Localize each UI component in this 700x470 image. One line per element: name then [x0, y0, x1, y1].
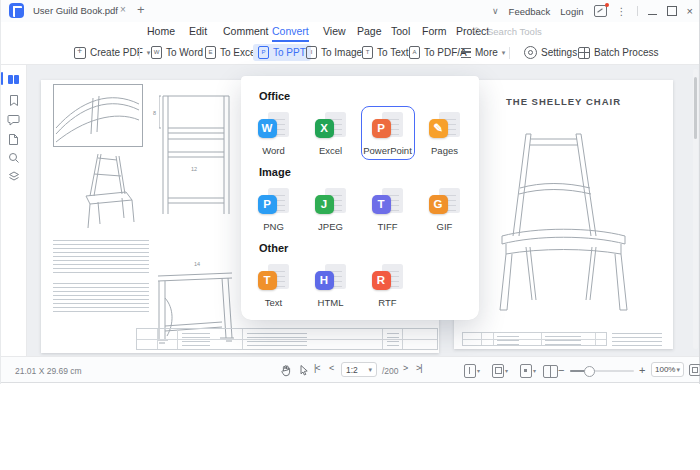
- tab-view[interactable]: View: [323, 25, 346, 40]
- left-sidebar: [1, 65, 27, 356]
- other-row: T Text H HTML R RTF: [241, 258, 479, 314]
- select-tool-icon[interactable]: [298, 363, 310, 381]
- fit-screen-icon[interactable]: [689, 364, 700, 376]
- more-menu-icon[interactable]: ⋮: [617, 6, 627, 17]
- new-tab-button[interactable]: +: [137, 2, 145, 17]
- ppt-doc-icon: P: [258, 46, 269, 59]
- convert-option-rtf[interactable]: R RTF: [361, 258, 415, 312]
- zoom-slider[interactable]: [570, 370, 634, 372]
- convert-option-gif[interactable]: G GIF: [418, 182, 472, 236]
- section-title-other: Other: [241, 238, 479, 258]
- tab-convert[interactable]: Convert: [272, 25, 309, 42]
- zoom-in-button[interactable]: +: [639, 364, 645, 376]
- convert-option-tiff[interactable]: T TIFF: [361, 182, 415, 236]
- document-tab[interactable]: User Guild Book.pdf: [33, 5, 118, 16]
- title-bar: User Guild Book.pdf × + ∨ Feedback Login…: [1, 0, 699, 22]
- convert-option-html[interactable]: H HTML: [304, 258, 358, 312]
- title-block-table: [462, 332, 607, 346]
- reading-mode-icon[interactable]: [520, 364, 532, 378]
- tab-page[interactable]: Page: [357, 25, 382, 40]
- scrollbar-thumb[interactable]: [694, 77, 697, 139]
- convert-option-png[interactable]: P PNG: [247, 182, 301, 236]
- collapse-toolbar-icon[interactable]: ∨: [492, 6, 499, 16]
- page-heading: THE SHELLEY CHAIR: [454, 96, 673, 107]
- title-block-table: [136, 328, 438, 350]
- tiff-icon: T: [372, 195, 391, 214]
- sidebar-item-comments[interactable]: [1, 111, 26, 129]
- sidebar-item-layers[interactable]: [1, 167, 26, 185]
- sidebar-item-thumbnails[interactable]: [1, 70, 26, 88]
- office-row: W Word X Excel P PowerPoint ✎ Pages: [241, 106, 479, 162]
- convert-option-word[interactable]: W Word: [247, 106, 301, 160]
- rtf-icon: R: [372, 271, 391, 290]
- convert-toolbar: Create PDF ▾ W To Word E To Excel P To P…: [1, 42, 699, 65]
- excel-icon: X: [315, 119, 334, 138]
- sidebar-item-attachments[interactable]: [1, 130, 26, 148]
- file-icon: [8, 133, 19, 146]
- gear-icon: [524, 46, 537, 59]
- png-icon: P: [258, 195, 277, 214]
- tab-comment[interactable]: Comment: [223, 25, 269, 40]
- next-page-button[interactable]: >: [403, 363, 407, 373]
- caret-down-icon[interactable]: ▾: [477, 367, 480, 374]
- paragraph-text-block: [53, 283, 149, 315]
- minimize-button[interactable]: [648, 14, 657, 15]
- search-icon: [473, 27, 482, 36]
- to-word-button[interactable]: W To Word: [146, 44, 208, 61]
- batch-process-button[interactable]: Batch Process: [573, 44, 663, 61]
- login-link[interactable]: Login: [560, 6, 583, 17]
- app-window: User Guild Book.pdf × + ∨ Feedback Login…: [0, 0, 700, 384]
- vertical-scrollbar[interactable]: [693, 69, 698, 349]
- tab-tool[interactable]: Tool: [391, 25, 410, 40]
- shelley-chair-drawing: [496, 132, 631, 314]
- tab-home[interactable]: Home: [147, 25, 175, 40]
- caret-down-icon: ▾: [676, 366, 680, 374]
- dimension-label: 12: [191, 166, 197, 172]
- batch-grid-icon: [578, 47, 590, 59]
- tab-close-icon[interactable]: ×: [117, 4, 129, 15]
- pages-icon: ✎: [429, 119, 448, 138]
- tab-edit[interactable]: Edit: [189, 25, 207, 40]
- page-number-input[interactable]: 1:2 ▾: [341, 362, 377, 377]
- paragraph-text-block: [53, 240, 149, 273]
- single-page-view-icon[interactable]: [464, 364, 476, 378]
- text-doc-icon: T: [362, 46, 373, 59]
- caret-down-icon[interactable]: ▾: [533, 367, 536, 374]
- dimension-label: 8: [153, 110, 156, 116]
- hand-tool-icon[interactable]: [280, 363, 292, 381]
- zoom-level-select[interactable]: 100% ▾: [651, 362, 684, 377]
- two-page-view-icon[interactable]: [543, 365, 558, 378]
- pdf-page-right[interactable]: THE SHELLEY CHAIR: [454, 80, 673, 349]
- zoom-out-button[interactable]: −: [558, 364, 564, 376]
- text-icon: T: [258, 271, 277, 290]
- menu-bar: Home Edit Comment Convert View Page Tool…: [1, 22, 699, 42]
- page-layout-icon[interactable]: [492, 364, 504, 378]
- convert-option-pages[interactable]: ✎ Pages: [418, 106, 472, 160]
- feedback-link[interactable]: Feedback: [509, 6, 551, 17]
- maximize-button[interactable]: [667, 6, 677, 16]
- zoom-slider-knob[interactable]: [584, 366, 595, 377]
- create-pdf-button[interactable]: Create PDF ▾: [69, 44, 155, 61]
- caret-down-icon[interactable]: ▾: [505, 367, 508, 374]
- sidebar-item-bookmarks[interactable]: [1, 91, 26, 109]
- toolbar-separator: [509, 47, 510, 59]
- last-page-button[interactable]: >|: [416, 363, 422, 373]
- search-tools[interactable]: Search Tools: [473, 26, 542, 37]
- thumbnails-icon: [8, 75, 19, 84]
- close-button[interactable]: ×: [687, 5, 693, 17]
- image-doc-icon: I: [306, 46, 317, 59]
- prev-page-button[interactable]: <: [329, 363, 333, 373]
- first-page-button[interactable]: |<: [314, 363, 320, 373]
- convert-option-excel[interactable]: X Excel: [304, 106, 358, 160]
- convert-option-jpeg[interactable]: J JPEG: [304, 182, 358, 236]
- convert-option-powerpoint[interactable]: P PowerPoint: [361, 106, 415, 160]
- convert-dropdown-panel: Office W Word X Excel P PowerPoint: [241, 76, 479, 320]
- notification-dot: [605, 3, 609, 7]
- whats-new-icon[interactable]: [594, 5, 607, 17]
- convert-option-text[interactable]: T Text: [247, 258, 301, 312]
- gif-icon: G: [429, 195, 448, 214]
- sidebar-item-search[interactable]: [1, 149, 26, 167]
- more-tools-button[interactable]: More ▾: [456, 44, 510, 61]
- tab-form[interactable]: Form: [422, 25, 447, 40]
- word-icon: W: [258, 119, 277, 138]
